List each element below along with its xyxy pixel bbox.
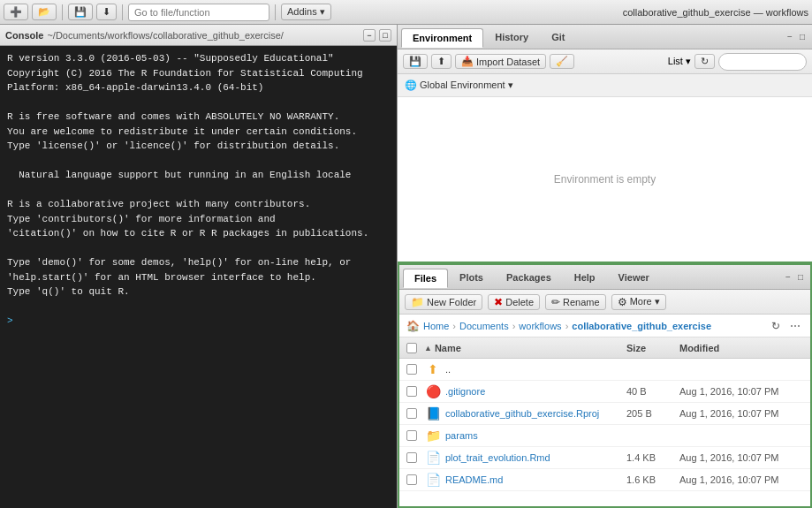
console-line-12: Type 'contributors()' for more informati… [7, 212, 390, 227]
select-all-checkbox[interactable] [406, 343, 417, 353]
row-check-rmd[interactable] [406, 452, 424, 463]
console-minimize-btn[interactable]: − [363, 29, 376, 42]
tab-help[interactable]: Help [563, 268, 607, 287]
clear-env-btn[interactable]: 🧹 [550, 54, 574, 69]
file-name-rmd[interactable]: plot_trait_evolution.Rmd [442, 452, 626, 463]
console-line-3: Platform: x86_64-apple-darwin13.4.0 (64-… [7, 80, 390, 95]
new-folder-label: New Folder [427, 297, 476, 307]
file-row-parent[interactable]: ⬆ .. [399, 359, 810, 381]
console-line-17: Type 'q()' to quit R. [7, 284, 390, 299]
broom-icon: 🧹 [556, 56, 568, 67]
breadcrumb-bar: 🏠 Home › Documents › workflows › collabo… [399, 315, 810, 337]
file-name-rproj[interactable]: collaborative_github_exercise.Rproj [442, 408, 626, 419]
env-search-input[interactable] [718, 53, 807, 71]
toolbar-separator-3 [275, 4, 276, 20]
file-name-params[interactable]: params [442, 430, 626, 441]
files-toolbar: 📁 New Folder ✖ Delete ✏ Rename ⚙ More ▾ [399, 290, 810, 315]
breadcrumb-home[interactable]: Home [423, 321, 449, 331]
console-prompt: > [7, 315, 13, 326]
tab-viewer[interactable]: Viewer [607, 268, 661, 287]
rename-btn[interactable]: ✏ Rename [545, 294, 606, 310]
breadcrumb-sep-1: › [452, 321, 456, 331]
refresh-btn[interactable]: ↻ [694, 54, 715, 69]
file-row-readme[interactable]: 📄 README.md 1.6 KB Aug 1, 2016, 10:07 PM [399, 469, 810, 491]
tab-plots[interactable]: Plots [448, 268, 495, 287]
file-size-rproj: 205 B [626, 408, 679, 419]
checkbox-rproj[interactable] [406, 408, 417, 419]
tab-git[interactable]: Git [540, 27, 576, 47]
row-check-rproj[interactable] [406, 408, 424, 419]
home-icon: 🏠 [406, 320, 420, 332]
file-row-params[interactable]: 📁 params [399, 425, 810, 447]
checkbox-readme[interactable] [406, 474, 417, 485]
file-name-readme[interactable]: README.md [442, 474, 626, 485]
open-button[interactable]: 📂 [32, 4, 57, 20]
breadcrumb-more-icon[interactable]: ⋯ [787, 318, 803, 334]
md-icon: 📄 [424, 473, 442, 487]
breadcrumb-current[interactable]: collaborative_github_exercise [572, 321, 711, 331]
files-section: Files Plots Packages Help Viewer − □ 📁 N… [398, 263, 812, 508]
more-btn[interactable]: ⚙ More ▾ [611, 294, 666, 310]
files-maximize-btn[interactable]: □ [794, 271, 807, 284]
row-check-params[interactable] [406, 430, 424, 441]
tab-environment[interactable]: Environment [401, 28, 483, 48]
import-dataset-btn[interactable]: 📥 Import Dataset [455, 54, 546, 69]
env-minimize-btn[interactable]: − [784, 31, 796, 43]
row-check-gitignore[interactable] [406, 386, 424, 397]
tab-packages[interactable]: Packages [495, 268, 563, 287]
right-panel: Environment History Git − □ 💾 ⬆ 📥 [398, 25, 812, 508]
col-size-header[interactable]: Size [626, 343, 679, 353]
console-line-13: 'citation()' on how to cite R or R R pac… [7, 226, 390, 241]
console-line-10 [7, 183, 390, 198]
list-dropdown-btn[interactable]: List ▾ [668, 56, 691, 67]
console-body[interactable]: R version 3.3.0 (2016-05-03) -- "Suppose… [0, 46, 397, 508]
checkbox-parent[interactable] [406, 364, 417, 375]
tab-history[interactable]: History [483, 27, 540, 47]
addins-button[interactable]: Addins ▾ [281, 4, 331, 20]
row-check-parent[interactable] [406, 364, 424, 375]
rmd-icon: 📄 [424, 451, 442, 465]
console-line-18 [7, 299, 390, 315]
env-empty-message: Environment is empty [398, 97, 812, 262]
sort-arrow-icon: ▲ [424, 344, 432, 353]
window-title: collaborative_github_exercise — workflow… [623, 7, 808, 18]
checkbox-gitignore[interactable] [406, 386, 417, 397]
save-all-button[interactable]: 💾 [68, 4, 93, 20]
import-dataset-label: Import Dataset [476, 57, 540, 67]
checkbox-rmd[interactable] [406, 452, 417, 463]
go-to-file-input[interactable] [128, 4, 269, 21]
console-prompt-line: > [7, 314, 390, 329]
tab-files[interactable]: Files [403, 269, 448, 288]
env-load-btn[interactable]: ⬆ [431, 54, 452, 69]
files-header: ▲ Name Size Modified [399, 337, 810, 359]
file-name-gitignore[interactable]: .gitignore [442, 386, 626, 397]
save-button[interactable]: ⬇ [96, 4, 117, 20]
env-save-btn[interactable]: 💾 [403, 54, 428, 69]
new-folder-btn[interactable]: 📁 New Folder [405, 294, 482, 310]
checkbox-params[interactable] [406, 430, 417, 441]
file-name-parent[interactable]: .. [442, 364, 626, 375]
breadcrumb-documents[interactable]: Documents [459, 321, 509, 331]
breadcrumb-workflows[interactable]: workflows [519, 321, 561, 331]
console-line-9: Natural language support but running in … [7, 168, 390, 183]
col-name-header[interactable]: ▲ Name [424, 343, 626, 353]
global-env-label[interactable]: 🌐 Global Environment ▾ [405, 80, 513, 91]
row-check-readme[interactable] [406, 474, 424, 485]
file-row-rproj[interactable]: 📘 collaborative_github_exercise.Rproj 20… [399, 403, 810, 425]
parent-dir-icon: ⬆ [424, 362, 442, 376]
rename-icon: ✏ [551, 296, 560, 308]
col-modified-header[interactable]: Modified [679, 343, 803, 353]
console-maximize-btn[interactable]: □ [379, 29, 391, 42]
col-name-label: Name [435, 343, 461, 353]
main-layout: Console ~/Documents/workflows/collaborat… [0, 25, 812, 508]
delete-icon: ✖ [494, 296, 503, 308]
new-button[interactable]: ➕ [4, 4, 28, 20]
file-row-rmd[interactable]: 📄 plot_trait_evolution.Rmd 1.4 KB Aug 1,… [399, 447, 810, 469]
files-minimize-btn[interactable]: − [782, 271, 794, 284]
file-row-gitignore[interactable]: 🔴 .gitignore 40 B Aug 1, 2016, 10:07 PM [399, 381, 810, 403]
console-line-5: R is free software and comes with ABSOLU… [7, 110, 390, 125]
breadcrumb-sync-icon[interactable]: ↻ [768, 318, 784, 334]
env-maximize-btn[interactable]: □ [796, 31, 808, 43]
delete-btn[interactable]: ✖ Delete [488, 294, 540, 310]
env-empty-text: Environment is empty [554, 173, 656, 186]
